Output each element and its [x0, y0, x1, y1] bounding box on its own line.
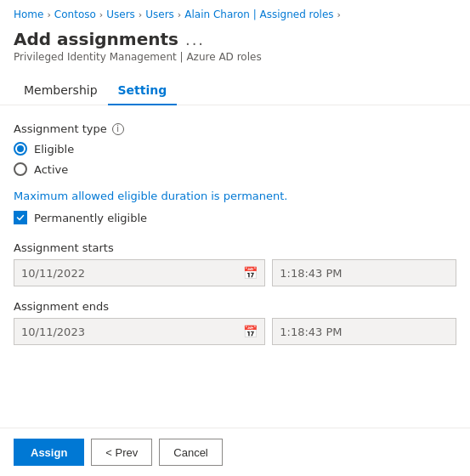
radio-eligible[interactable]: Eligible [14, 142, 456, 156]
breadcrumb-sep: › [337, 9, 341, 20]
breadcrumb: Home › Contoso › Users › Users › Alain C… [0, 0, 470, 26]
breadcrumb-sep: › [47, 9, 50, 20]
info-message: Maximum allowed eligible duration is per… [14, 190, 456, 202]
page-subtitle: Privileged Identity Management | Azure A… [14, 51, 456, 63]
breadcrumb-assigned-roles[interactable]: Alain Charon | Assigned roles [184, 8, 333, 20]
footer: Assign < Prev Cancel [0, 428, 470, 476]
assignment-ends-time-value: 1:18:43 PM [280, 326, 342, 338]
form-content: Assignment type i Eligible Active Maximu… [0, 105, 470, 376]
radio-active[interactable]: Active [14, 162, 456, 176]
prev-button[interactable]: < Prev [91, 439, 152, 466]
assign-button[interactable]: Assign [14, 439, 84, 466]
tab-membership[interactable]: Membership [14, 76, 108, 105]
assignment-starts-time-value: 1:18:43 PM [280, 267, 342, 280]
page-title-text: Add assignments [14, 29, 178, 49]
radio-active-label: Active [34, 163, 68, 176]
assignment-ends-date-value: 10/11/2023 [21, 326, 85, 338]
radio-group-assignment-type: Eligible Active [14, 142, 456, 176]
breadcrumb-home[interactable]: Home [14, 8, 43, 20]
assignment-type-label: Assignment type [14, 122, 107, 135]
cancel-button[interactable]: Cancel [159, 439, 222, 466]
permanently-eligible-label: Permanently eligible [34, 212, 147, 224]
assignment-ends-time-input[interactable]: 1:18:43 PM [272, 318, 456, 345]
checkmark-icon [16, 213, 25, 222]
assignment-starts-row: 10/11/2022 📅 1:18:43 PM [14, 259, 456, 286]
assignment-ends-section: Assignment ends 10/11/2023 📅 1:18:43 PM [14, 300, 456, 345]
radio-eligible-indicator [14, 142, 27, 156]
assignment-starts-time-input[interactable]: 1:18:43 PM [272, 259, 456, 286]
calendar-icon-ends[interactable]: 📅 [243, 325, 258, 338]
breadcrumb-sep: › [178, 9, 181, 20]
breadcrumb-sep: › [139, 9, 142, 20]
page-title-ellipsis[interactable]: ... [185, 31, 205, 48]
assignment-starts-date-input[interactable]: 10/11/2022 📅 [14, 259, 265, 286]
assignment-starts-label: Assignment starts [14, 241, 456, 254]
breadcrumb-contoso[interactable]: Contoso [54, 8, 96, 20]
permanently-eligible-row[interactable]: Permanently eligible [14, 211, 456, 224]
page-header: Add assignments ... Privileged Identity … [0, 26, 470, 70]
assignment-ends-label: Assignment ends [14, 300, 456, 313]
breadcrumb-users2[interactable]: Users [145, 8, 174, 20]
assignment-starts-section: Assignment starts 10/11/2022 📅 1:18:43 P… [14, 241, 456, 286]
assignment-ends-row: 10/11/2023 📅 1:18:43 PM [14, 318, 456, 345]
assignment-starts-date-value: 10/11/2022 [21, 267, 85, 280]
assignment-type-field: Assignment type i [14, 122, 456, 135]
tabs-container: Membership Setting [0, 76, 470, 105]
breadcrumb-sep: › [99, 9, 103, 20]
radio-eligible-label: Eligible [34, 143, 74, 156]
assignment-type-info-icon[interactable]: i [112, 123, 124, 135]
assignment-ends-date-input[interactable]: 10/11/2023 📅 [14, 318, 265, 345]
calendar-icon-starts[interactable]: 📅 [243, 266, 258, 280]
radio-active-indicator [14, 162, 27, 176]
tab-setting[interactable]: Setting [108, 76, 178, 105]
page-title: Add assignments ... [14, 29, 456, 49]
breadcrumb-users1[interactable]: Users [106, 8, 135, 20]
permanently-eligible-checkbox[interactable] [14, 211, 27, 224]
